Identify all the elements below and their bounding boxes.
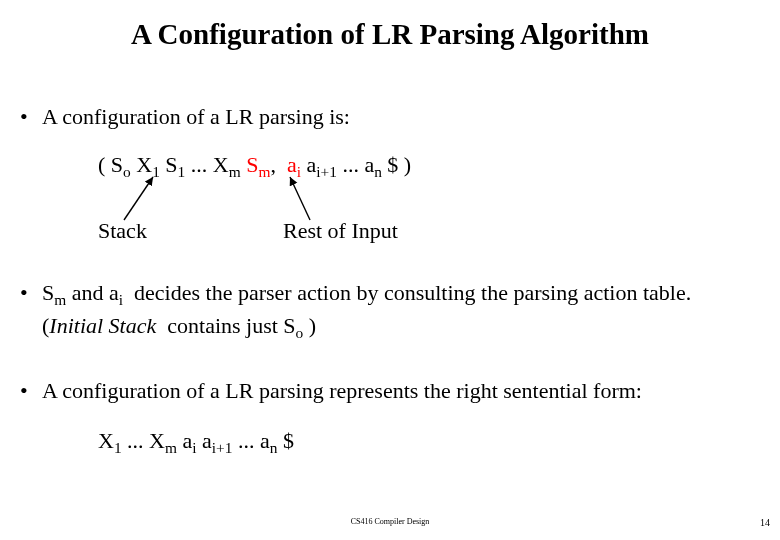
page-number: 14 (760, 517, 770, 528)
bullet-sentential: A configuration of a LR parsing represen… (42, 376, 742, 406)
configuration-expression: ( So X1 S1 ... Xm Sm, ai ai+1 ... an $ ) (98, 152, 411, 181)
slide-title: A Configuration of LR Parsing Algorithm (0, 18, 780, 51)
sentential-expression: X1 ... Xm ai ai+1 ... an $ (98, 428, 294, 457)
bullet-action: Sm and ai decides the parser action by c… (42, 278, 742, 344)
slide: A Configuration of LR Parsing Algorithm … (0, 0, 780, 540)
footer-text: CS416 Compiler Design (0, 517, 780, 526)
svg-line-1 (290, 177, 310, 220)
pointer-arrows (0, 0, 780, 540)
rest-of-input-label: Rest of Input (283, 218, 398, 244)
bullet-intro: A configuration of a LR parsing is: (42, 102, 742, 132)
svg-line-0 (124, 177, 153, 220)
stack-label: Stack (98, 218, 147, 244)
